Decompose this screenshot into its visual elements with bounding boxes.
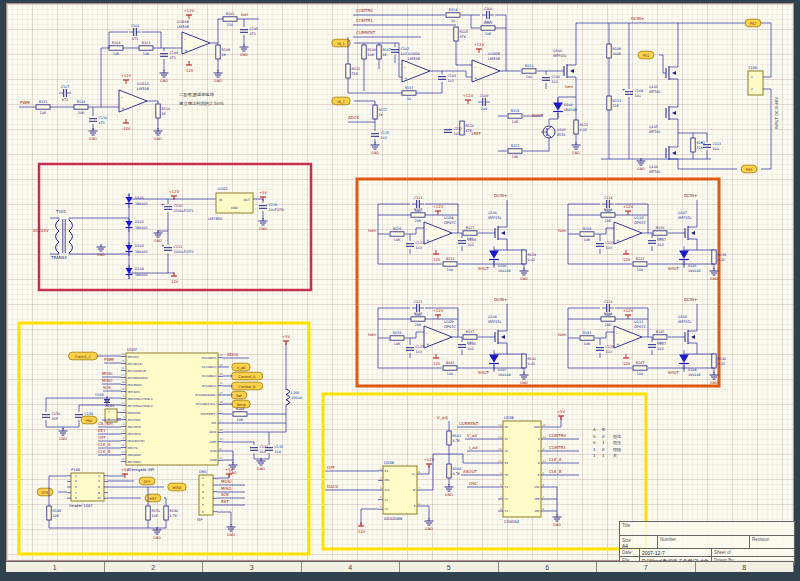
table-cell: 1 (602, 440, 605, 445)
sheet-frame-bottom (0, 572, 800, 581)
resistor-R145 (653, 335, 667, 339)
resistor-R129: R129 (393, 227, 402, 231)
resistor-R117: 1K (379, 113, 384, 117)
ic-U106: Y2 (505, 497, 509, 501)
ic-U106: Y1 (505, 485, 509, 489)
connector-P100: 5 (75, 485, 77, 489)
ic-U107: VCC (211, 421, 217, 425)
net-label-ADC0: ADC0 (227, 352, 239, 357)
ic-U108: 7 (419, 487, 421, 490)
ic-U106: 3 (543, 448, 545, 451)
resistor-R123: 10K (40, 111, 47, 115)
ic-U107: 2 (123, 409, 125, 412)
resistor-R148 (233, 412, 247, 416)
mosfet-Q107 (688, 239, 697, 243)
mosfet-Q102 (669, 79, 678, 83)
diode (679, 250, 689, 258)
ic-U107: PC2(ADC2) (202, 374, 217, 378)
resistor-R113: R113 (613, 99, 622, 103)
resistor-R141: R141 (528, 357, 537, 361)
net-label-GND: GND (445, 493, 453, 497)
ic-U107: 24 (220, 364, 224, 367)
ic-U108: CLK (385, 488, 390, 492)
capacitor-C106: 102 (552, 80, 558, 84)
capacitor-C118: C118 (468, 238, 477, 242)
power-+12V: +12V (463, 93, 474, 98)
ic-U106: VDD (534, 425, 540, 429)
wire (767, 23, 771, 77)
resistor-R137: R137 (466, 330, 475, 334)
power-+5V: +5V (121, 467, 130, 472)
ic-U107: PC3(ADC3) (202, 384, 217, 388)
capacitor-C156: C156 (52, 412, 61, 416)
capacitor-C110: 471 (99, 121, 105, 125)
resistor-R163: R163 (453, 434, 462, 438)
port-RST: RST (150, 497, 158, 501)
capacitor-C101: 471 (132, 37, 138, 41)
wire (422, 465, 429, 474)
resistor-R117 (373, 105, 377, 119)
net-label-Isen: Isen (565, 84, 574, 89)
ic-U106: 15 (498, 448, 502, 451)
connector-X101: 1 (108, 410, 110, 414)
ic-U107: U107 (127, 347, 138, 352)
capacitor-C109: 104 (481, 107, 487, 111)
mosfet-Q105 (669, 119, 678, 123)
wire (348, 78, 442, 93)
port-PS2: PS2 (750, 22, 757, 26)
ic-U106: 11 (498, 460, 502, 463)
net-label-V_ad: V_ad (467, 433, 477, 438)
diode (489, 354, 499, 362)
wire (164, 498, 166, 506)
mosfet-Q106 (501, 231, 505, 235)
resistor-R119: R119 (511, 109, 520, 113)
connector-DM1: ISP (197, 518, 203, 522)
resistor-R117: R117 (379, 108, 388, 112)
ic-U107: PB4(MISO) (128, 383, 142, 387)
resistor-R163 (447, 431, 451, 445)
power-+12V: +12V (474, 42, 485, 47)
resistor-R119 (508, 114, 522, 118)
text-label-1N4001: 1N4001 (135, 273, 148, 277)
mosfet-Q109: IRFP150 (678, 320, 691, 324)
resistor-R122: R122 (511, 144, 520, 148)
titleblock-title-label: Title (620, 522, 794, 535)
diode (126, 245, 133, 251)
capacitor-C131: 104 (260, 450, 266, 454)
opamp-U104: U104 (444, 216, 454, 220)
ic-U106: X (538, 437, 540, 441)
capacitor-C108: + (622, 87, 625, 92)
ic-U107: PD3(INT1) (128, 432, 142, 436)
title-block: Title SizeA4 Number Revision Date: 2007-… (619, 521, 795, 565)
resistor-R163: 4.7K (453, 439, 461, 443)
net-label-GND: GND (553, 523, 561, 527)
net-label-MISO: MISO (102, 378, 112, 383)
capacitor-C112: 102 (454, 132, 460, 136)
schematic-page: { "palette":{"wire":"#2929a3","sym":"#20… (0, 0, 800, 581)
mosfet-Q107 (691, 231, 695, 235)
resistor-R106 (362, 45, 366, 59)
wire (523, 138, 549, 151)
net-label-RST: RST (221, 499, 229, 504)
resistor-R119: 10K (512, 120, 519, 124)
text-label-D102: D102 (135, 220, 144, 224)
titleblock-size: SizeA4 (620, 536, 658, 548)
connector-DM1: 4 (202, 496, 204, 500)
net-label-Isen: Isen (368, 228, 377, 233)
wire (101, 48, 109, 107)
resistor-R132: 100 (637, 268, 643, 272)
resistor-R134: 20K (605, 219, 612, 223)
ic-U108: E (414, 504, 416, 508)
capacitor-C100: C100 (484, 7, 493, 11)
net-label-GND: GND (154, 137, 162, 141)
regulator-U102: OUT (244, 198, 251, 202)
resistor-R134 (601, 213, 615, 217)
resistor-R124: 0.02 (528, 258, 535, 262)
opamp-U104: OP07C (444, 221, 457, 225)
resistor-R118: R118 (77, 100, 86, 104)
transistor-Q103 (547, 134, 552, 138)
resistor-R101: R101 (226, 12, 235, 16)
ic-U107: 25 (220, 373, 224, 376)
wire (595, 332, 614, 338)
table-cell: 恒阻 (612, 447, 621, 452)
